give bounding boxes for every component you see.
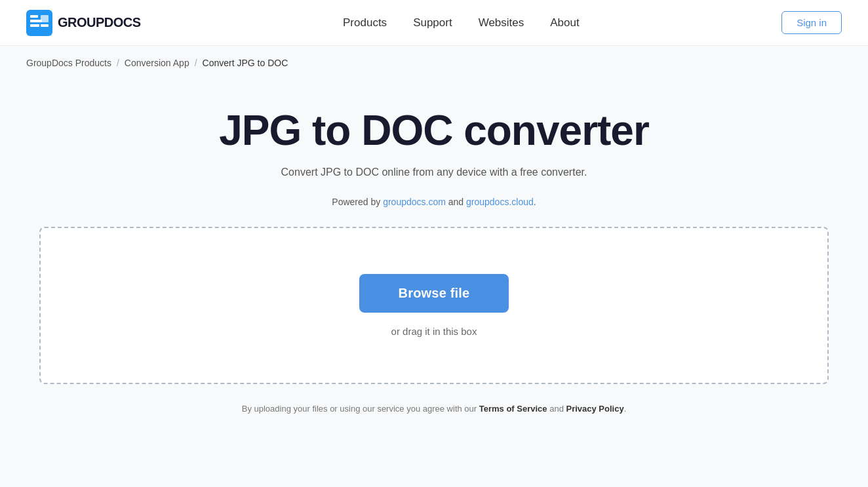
main-content: JPG to DOC converter Convert JPG to DOC … xyxy=(0,80,868,433)
svg-rect-4 xyxy=(41,24,49,27)
nav-products[interactable]: Products xyxy=(343,16,387,29)
logo-text: GROUPDOCS xyxy=(58,15,141,30)
nav-support[interactable]: Support xyxy=(413,16,452,29)
groupdocs-logo-icon xyxy=(26,10,52,36)
powered-by-suffix: . xyxy=(534,197,536,207)
main-nav: Products Support Websites About xyxy=(343,16,580,29)
signin-button[interactable]: Sign in xyxy=(781,11,842,34)
svg-rect-2 xyxy=(30,20,42,22)
footer-note-suffix: . xyxy=(624,404,627,414)
header: GROUPDOCS Products Support Websites Abou… xyxy=(0,0,868,46)
footer-note: By uploading your files or using our ser… xyxy=(242,404,627,414)
svg-rect-3 xyxy=(30,24,39,27)
powered-by-prefix: Powered by xyxy=(332,197,383,207)
nav-about[interactable]: About xyxy=(550,16,579,29)
drag-text: or drag it in this box xyxy=(391,326,477,337)
breadcrumb: GroupDocs Products / Conversion App / Co… xyxy=(0,46,868,80)
page-title: JPG to DOC converter xyxy=(219,106,649,155)
footer-note-prefix: By uploading your files or using our ser… xyxy=(242,404,479,414)
footer-note-middle: and xyxy=(547,404,566,414)
svg-rect-1 xyxy=(30,15,38,18)
breadcrumb-separator-2: / xyxy=(195,58,197,68)
breadcrumb-conversion-app[interactable]: Conversion App xyxy=(125,58,189,68)
browse-file-button[interactable]: Browse file xyxy=(359,274,509,313)
groupdocs-cloud-link[interactable]: groupdocs.cloud xyxy=(466,197,534,207)
dropzone[interactable]: Browse file or drag it in this box xyxy=(39,227,829,384)
svg-rect-0 xyxy=(26,10,52,36)
privacy-policy-link[interactable]: Privacy Policy xyxy=(566,404,623,414)
page-subtitle: Convert JPG to DOC online from any devic… xyxy=(281,166,587,178)
nav-websites[interactable]: Websites xyxy=(479,16,524,29)
powered-by-middle: and xyxy=(446,197,466,207)
breadcrumb-home[interactable]: GroupDocs Products xyxy=(26,58,111,68)
svg-rect-5 xyxy=(41,15,49,22)
breadcrumb-current: Convert JPG to DOC xyxy=(203,58,288,68)
logo-area: GROUPDOCS xyxy=(26,10,141,36)
terms-of-service-link[interactable]: Terms of Service xyxy=(479,404,547,414)
breadcrumb-separator-1: / xyxy=(117,58,119,68)
powered-by-text: Powered by groupdocs.com and groupdocs.c… xyxy=(332,197,536,207)
groupdocs-com-link[interactable]: groupdocs.com xyxy=(383,197,446,207)
